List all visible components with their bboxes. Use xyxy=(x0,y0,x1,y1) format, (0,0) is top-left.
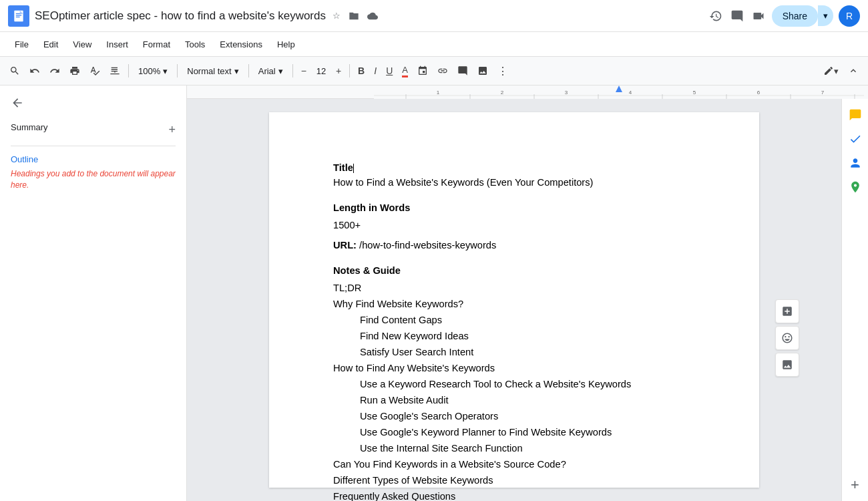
svg-text:3: 3 xyxy=(565,90,568,96)
float-comments xyxy=(775,299,799,377)
svg-text:7: 7 xyxy=(821,90,825,96)
separator-5 xyxy=(349,64,350,77)
summary-label: Summary xyxy=(11,122,48,132)
url-section: URL: /how-to-find-websites-keywords xyxy=(333,238,695,253)
keyword-tool-line[interactable]: Use a Keyword Research Tool to Check a W… xyxy=(333,377,695,391)
font-size-increase[interactable]: + xyxy=(332,63,345,79)
url-line[interactable]: URL: /how-to-find-websites-keywords xyxy=(333,238,695,253)
folder-button[interactable] xyxy=(347,9,361,23)
menu-edit[interactable]: Edit xyxy=(37,37,65,52)
menu-view[interactable]: View xyxy=(66,37,98,52)
print-button[interactable] xyxy=(65,63,84,79)
maps-button[interactable] xyxy=(845,176,866,198)
length-value[interactable]: 1500+ xyxy=(333,218,695,232)
title-area: SEOptimer article spec - how to find a w… xyxy=(35,9,702,23)
style-dropdown[interactable]: Normal text ▾ xyxy=(182,63,244,79)
back-button[interactable] xyxy=(11,96,176,112)
image-button[interactable] xyxy=(473,63,492,79)
float-add-comment[interactable] xyxy=(775,299,799,323)
keyword-planner-line[interactable]: Use Google's Keyword Planner to Find Web… xyxy=(333,425,695,440)
comments-button[interactable] xyxy=(729,8,745,24)
doc-title-label: Title xyxy=(333,160,695,175)
highlight-button[interactable] xyxy=(413,63,432,79)
website-audit-line[interactable]: Run a Website Audit xyxy=(333,393,695,407)
text-color-button[interactable]: A xyxy=(398,62,412,80)
svg-text:5: 5 xyxy=(693,90,696,96)
toolbar: 100% ▾ Normal text ▾ Arial ▾ − 12 + B I … xyxy=(0,56,868,86)
comment-button[interactable] xyxy=(453,63,472,79)
doc-title-value[interactable]: How to Find a Website's Keywords (Even Y… xyxy=(333,175,695,190)
bold-button[interactable]: B xyxy=(354,63,369,79)
doc-page: Title How to Find a Website's Keywords (… xyxy=(269,112,759,488)
why-line[interactable]: Why Find Website Keywords? xyxy=(333,297,695,311)
notes-section: Notes & Guide xyxy=(333,263,695,278)
faq-line[interactable]: Frequently Asked Questions xyxy=(333,489,695,501)
font-size-input[interactable]: 12 xyxy=(312,66,331,76)
avatar[interactable]: R xyxy=(839,5,860,27)
formatting-toggle[interactable] xyxy=(844,63,863,79)
paint-format-button[interactable] xyxy=(105,63,124,79)
float-emoji[interactable] xyxy=(775,326,799,350)
notes-heading: Notes & Guide xyxy=(333,263,695,278)
keyword-ideas-line[interactable]: Find New Keyword Ideas xyxy=(333,329,695,343)
svg-text:6: 6 xyxy=(757,90,761,96)
search-intent-line[interactable]: Satisfy User Search Intent xyxy=(333,345,695,359)
tasks-button[interactable] xyxy=(845,128,866,150)
right-panel: + xyxy=(841,99,868,501)
add-addon-button[interactable]: + xyxy=(845,474,866,496)
float-image[interactable] xyxy=(775,353,799,377)
right-actions: Share ▾ R xyxy=(708,5,860,27)
font-size-area: − 12 + xyxy=(297,63,345,79)
ruler-area: 1 2 3 4 5 6 7 xyxy=(187,86,868,99)
outline-help: Headings you add to the document will ap… xyxy=(11,168,176,191)
search-operators-line[interactable]: Use Google's Search Operators xyxy=(333,409,695,424)
share-button[interactable]: Share xyxy=(772,5,818,27)
site-search-line[interactable]: Use the Internal Site Search Function xyxy=(333,441,695,456)
main-layout: Summary + Outline Headings you add to th… xyxy=(0,86,868,501)
edit-mode-button[interactable]: ▾ xyxy=(819,63,843,79)
title-section: Title How to Find a Website's Keywords (… xyxy=(333,160,695,190)
menu-tools[interactable]: Tools xyxy=(178,37,212,52)
google-docs-icon xyxy=(8,5,29,27)
meet-button[interactable] xyxy=(750,8,767,24)
separator-3 xyxy=(248,64,249,77)
menu-help[interactable]: Help xyxy=(270,37,302,52)
redo-button[interactable] xyxy=(45,63,64,79)
types-line[interactable]: Different Types of Website Keywords xyxy=(333,473,695,488)
menu-extensions[interactable]: Extensions xyxy=(213,37,269,52)
font-dropdown[interactable]: Arial ▾ xyxy=(253,63,288,79)
sticky-note-button[interactable] xyxy=(845,104,866,126)
more-button[interactable]: ⋮ xyxy=(493,62,512,80)
menu-insert[interactable]: Insert xyxy=(99,37,135,52)
people-button[interactable] xyxy=(845,152,866,174)
separator-4 xyxy=(292,64,293,77)
how-find-line[interactable]: How to Find Any Website's Keywords xyxy=(333,361,695,375)
doc-area: Title How to Find a Website's Keywords (… xyxy=(187,99,841,501)
italic-button[interactable]: I xyxy=(370,63,381,79)
link-button[interactable] xyxy=(433,63,452,79)
search-button[interactable] xyxy=(5,63,24,79)
undo-button[interactable] xyxy=(25,63,44,79)
svg-text:1: 1 xyxy=(437,90,440,96)
share-dropdown-button[interactable]: ▾ xyxy=(818,5,833,26)
history-button[interactable] xyxy=(708,8,724,24)
menu-file[interactable]: File xyxy=(8,37,35,52)
cloud-button[interactable] xyxy=(366,9,379,23)
sidebar: Summary + Outline Headings you add to th… xyxy=(0,86,187,501)
menu-format[interactable]: Format xyxy=(136,37,177,52)
svg-rect-2 xyxy=(16,15,21,15)
zoom-dropdown[interactable]: 100% ▾ xyxy=(133,63,173,79)
separator-1 xyxy=(128,64,129,77)
source-code-line[interactable]: Can You Find Keywords in a Website's Sou… xyxy=(333,457,695,472)
font-size-decrease[interactable]: − xyxy=(297,63,310,79)
tldr-line[interactable]: TL;DR xyxy=(333,281,695,295)
spellcheck-button[interactable] xyxy=(85,63,104,79)
sidebar-divider xyxy=(11,146,176,146)
content-gaps-line[interactable]: Find Content Gaps xyxy=(333,313,695,327)
outline-content: TL;DR Why Find Website Keywords? Find Co… xyxy=(333,281,695,501)
document-title[interactable]: SEOptimer article spec - how to find a w… xyxy=(35,9,326,23)
summary-add-button[interactable]: + xyxy=(168,123,176,137)
svg-rect-3 xyxy=(16,16,20,17)
star-button[interactable]: ☆ xyxy=(331,9,342,22)
underline-button[interactable]: U xyxy=(382,63,397,79)
